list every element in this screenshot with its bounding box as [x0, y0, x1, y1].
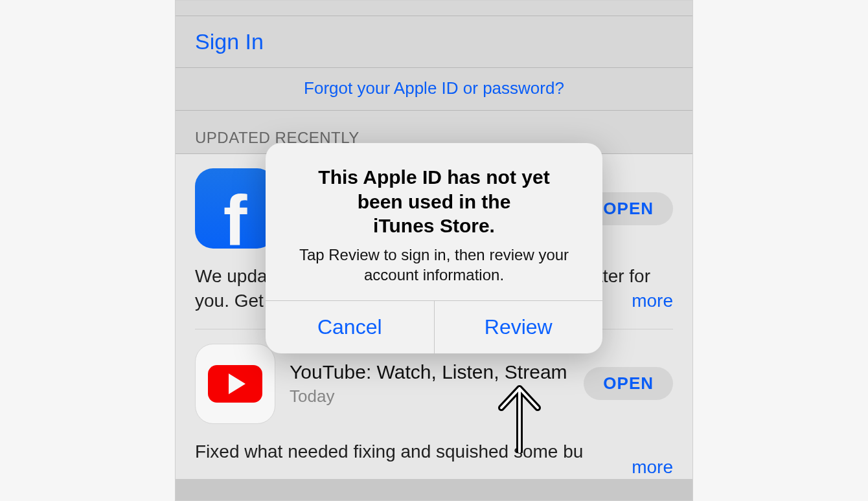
- apple-id-alert: This Apple ID has not yet been used in t…: [266, 143, 602, 353]
- app-store-updates-screen: Sign In Forgot your Apple ID or password…: [175, 0, 693, 501]
- alert-body: This Apple ID has not yet been used in t…: [266, 143, 602, 300]
- alert-message: Tap Review to sign in, then review your …: [285, 245, 583, 285]
- review-button[interactable]: Review: [434, 301, 603, 353]
- cancel-button[interactable]: Cancel: [266, 301, 434, 353]
- alert-title: This Apple ID has not yet been used in t…: [285, 165, 583, 238]
- alert-buttons: Cancel Review: [266, 300, 602, 353]
